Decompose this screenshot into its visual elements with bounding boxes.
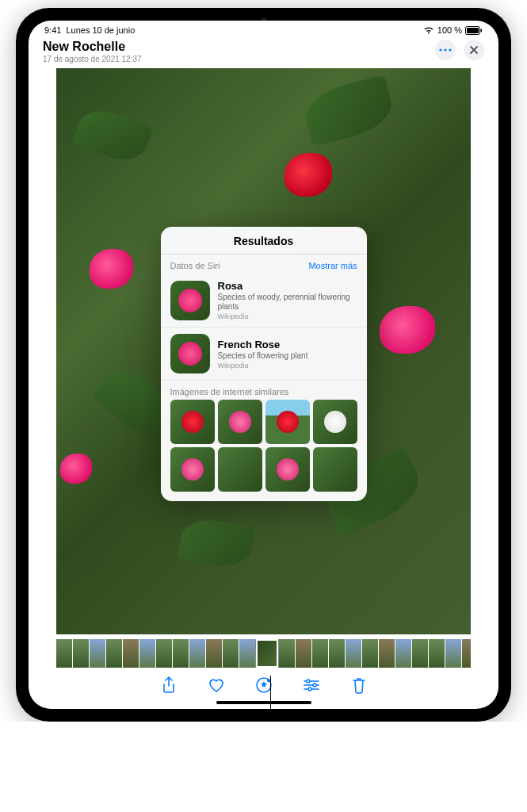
close-button[interactable] xyxy=(464,40,484,60)
similar-image[interactable] xyxy=(265,400,310,444)
similar-image[interactable] xyxy=(218,447,262,492)
result-row[interactable]: French Rose Species of flowering plant W… xyxy=(161,327,367,381)
similar-images-label: Imágenes de internet similares xyxy=(161,381,367,400)
wifi-icon xyxy=(423,26,434,34)
svg-rect-2 xyxy=(481,29,483,32)
more-button[interactable] xyxy=(435,40,456,60)
result-title: French Rose xyxy=(218,339,308,350)
svg-point-8 xyxy=(307,680,310,683)
result-source: Wikipedia xyxy=(218,312,357,320)
similar-image[interactable] xyxy=(170,447,215,492)
result-row[interactable]: Rosa Species of woody, perennial floweri… xyxy=(161,274,367,327)
siri-knowledge-label: Datos de Siri xyxy=(170,261,220,270)
status-time: 9:41 xyxy=(44,25,61,35)
result-title: Rosa xyxy=(218,280,357,292)
status-bar: 9:41 Lunes 10 de junio 100 % xyxy=(29,21,498,36)
status-date: Lunes 10 de junio xyxy=(66,25,135,35)
similar-image[interactable] xyxy=(313,400,357,444)
svg-point-3 xyxy=(439,48,441,51)
similar-image[interactable] xyxy=(265,447,310,492)
screen: 9:41 Lunes 10 de junio 100 % New Rochell… xyxy=(29,21,498,709)
photo-thumbnail-strip[interactable] xyxy=(56,639,471,668)
svg-point-5 xyxy=(449,48,451,51)
home-indicator[interactable] xyxy=(216,701,311,704)
result-thumb-icon xyxy=(170,334,210,373)
similar-image[interactable] xyxy=(313,447,357,492)
similar-image[interactable] xyxy=(218,400,262,444)
battery-icon xyxy=(465,26,483,35)
result-desc: Species of flowering plant xyxy=(218,351,308,361)
share-button[interactable] xyxy=(159,676,178,695)
show-more-button[interactable]: Mostrar más xyxy=(308,261,357,270)
favorite-button[interactable] xyxy=(207,676,226,695)
result-source: Wikipedia xyxy=(218,362,308,370)
result-desc: Species of woody, perennial flowering pl… xyxy=(218,293,357,312)
svg-point-10 xyxy=(308,688,311,691)
svg-rect-1 xyxy=(467,28,479,33)
page-subtitle: 17 de agosto de 2021 12:37 xyxy=(43,55,142,63)
selected-thumbnail[interactable] xyxy=(256,639,278,668)
ipad-frame: 9:41 Lunes 10 de junio 100 % New Rochell… xyxy=(16,8,511,722)
adjust-button[interactable] xyxy=(302,676,321,695)
header: New Rochelle 17 de agosto de 2021 12:37 xyxy=(29,36,498,68)
popover-title: Resultados xyxy=(161,227,367,255)
similar-images-grid xyxy=(161,400,367,501)
similar-image[interactable] xyxy=(170,400,215,444)
result-thumb-icon xyxy=(170,281,210,320)
svg-point-9 xyxy=(313,684,316,687)
page-title: New Rochelle xyxy=(43,40,142,54)
battery-text: 100 % xyxy=(437,25,462,35)
delete-button[interactable] xyxy=(349,676,369,695)
bottom-toolbar xyxy=(29,668,498,698)
callout-line xyxy=(270,676,271,722)
svg-point-4 xyxy=(444,48,446,51)
visual-lookup-popover: Resultados Datos de Siri Mostrar más Ros… xyxy=(161,227,367,501)
